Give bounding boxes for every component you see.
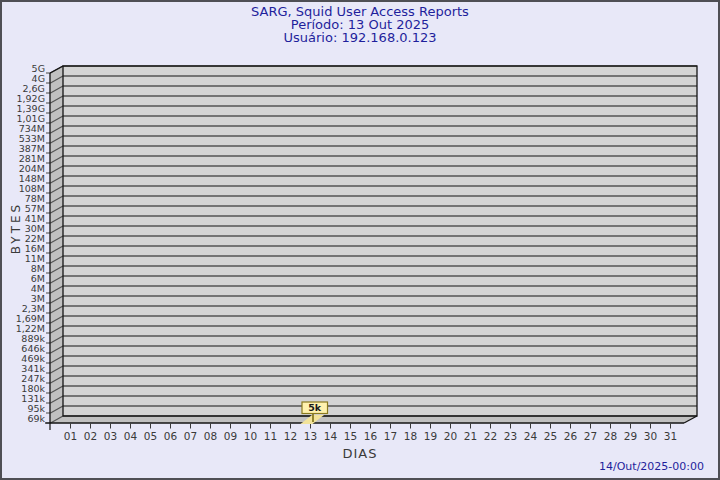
x-axis-tick-label: 20 (444, 430, 457, 442)
chart-plot-area (63, 66, 697, 416)
x-axis-tick-label: 28 (604, 430, 617, 442)
x-axis-tick-label: 04 (124, 430, 138, 442)
sarg-report-screen: SARG, Squid User Access Reports Período:… (0, 0, 720, 480)
bar-value-label: 5k (308, 402, 322, 413)
x-axis-tick-label: 21 (464, 430, 477, 442)
x-axis-tick-label: 29 (624, 430, 637, 442)
daily-bytes-chart: 5G4G2,6G1,92G1,39G1,01G734M533M387M281M2… (2, 2, 720, 480)
x-axis-tick-label: 03 (104, 430, 117, 442)
x-axis-tick-label: 24 (524, 430, 538, 442)
x-axis-title: DIAS (2, 446, 718, 461)
x-axis-tick-label: 31 (664, 430, 677, 442)
x-axis-tick-label: 15 (344, 430, 357, 442)
x-axis-tick-label: 26 (564, 430, 578, 442)
x-axis-tick-label: 13 (304, 430, 317, 442)
x-axis-tick-label: 12 (284, 430, 297, 442)
x-axis-tick-label: 25 (544, 430, 557, 442)
x-axis-tick-label: 30 (644, 430, 657, 442)
x-axis-tick-label: 08 (204, 430, 217, 442)
x-axis-tick-label: 23 (504, 430, 517, 442)
x-axis-tick-label: 06 (164, 430, 178, 442)
x-axis-tick-label: 19 (424, 430, 437, 442)
x-axis-tick-label: 14 (324, 430, 338, 442)
x-axis-tick-label: 09 (224, 430, 237, 442)
x-axis-tick-label: 17 (384, 430, 397, 442)
x-axis-tick-label: 18 (404, 430, 417, 442)
y-axis-title: BYTES (9, 188, 23, 268)
x-axis-tick-label: 01 (64, 430, 77, 442)
x-axis-tick-label: 27 (584, 430, 597, 442)
x-axis-tick-label: 16 (364, 430, 378, 442)
x-axis-tick-label: 22 (484, 430, 497, 442)
x-axis-tick-label: 07 (184, 430, 197, 442)
x-axis-tick-label: 05 (144, 430, 157, 442)
x-axis-tick-label: 02 (84, 430, 97, 442)
chart-floor (50, 416, 697, 423)
report-timestamp: 14/Out/2025-00:00 (599, 460, 704, 473)
x-axis-tick-label: 10 (244, 430, 257, 442)
y-axis-tick-label: 69k (27, 413, 45, 424)
x-axis-tick-label: 11 (264, 430, 277, 442)
